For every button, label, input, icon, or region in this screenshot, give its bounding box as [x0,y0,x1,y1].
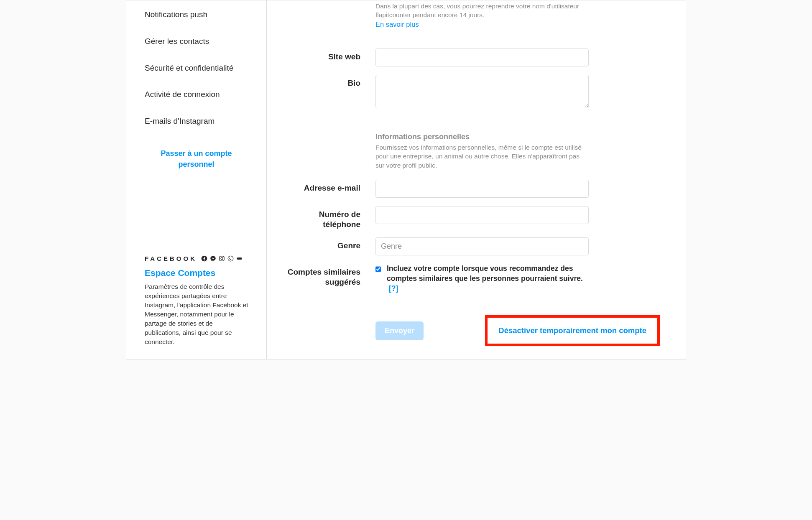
similar-accounts-help-link[interactable]: [?] [389,284,398,293]
deactivate-highlight-box: Désactiver temporairement mon compte [485,315,660,346]
submit-button[interactable]: Envoyer [375,321,424,340]
facebook-wordmark: FACEBOOK [145,255,197,262]
temporarily-disable-account-link[interactable]: Désactiver temporairement mon compte [498,326,646,335]
personal-info-block: Informations personnelles Fournissez vos… [375,133,589,170]
sidebar-footer: FACEBOOK [126,244,266,359]
label-bio: Bio [283,75,375,88]
sidebar-item-manage-contacts[interactable]: Gérer les contacts [126,28,266,55]
settings-sidebar: Notifications push Gérer les contacts Sé… [126,0,267,359]
accounts-center-description: Paramètres de contrôle des expériences p… [145,282,249,347]
learn-more-link[interactable]: En savoir plus [375,20,419,28]
switch-to-personal-account-link[interactable]: Passer à un compte personnel [126,135,266,186]
sidebar-item-push-notifications[interactable]: Notifications push [126,1,266,28]
label-email: Adresse e-mail [283,180,375,193]
whatsapp-icon [227,255,234,262]
label-phone: Numéro de téléphone [283,206,375,229]
sidebar-item-security-privacy[interactable]: Sécurité et confidentialité [126,55,266,82]
bio-textarea[interactable] [375,75,589,108]
label-gender: Genre [283,237,375,251]
edit-profile-form: Dans la plupart des cas, vous pourrez re… [267,0,686,359]
similar-accounts-text: Incluez votre compte lorsque vous recomm… [387,264,589,293]
personal-info-heading: Informations personnelles [375,133,589,141]
similar-accounts-checkbox[interactable] [375,265,381,273]
svg-rect-5 [237,257,242,260]
sidebar-item-login-activity[interactable]: Activité de connexion [126,81,266,108]
oculus-icon [236,255,243,262]
gender-input[interactable] [375,237,589,255]
messenger-icon [210,255,216,262]
phone-input[interactable] [375,206,589,224]
svg-rect-1 [220,256,224,261]
sidebar-nav: Notifications push Gérer les contacts Sé… [126,0,266,244]
facebook-icon [201,255,207,262]
personal-info-desc: Fournissez vos informations personnelles… [375,143,589,170]
sidebar-item-instagram-emails[interactable]: E-mails d'Instagram [126,108,266,135]
svg-point-4 [228,256,233,261]
svg-point-3 [223,257,223,257]
brand-icons-row [201,255,243,262]
label-website: Site web [283,48,375,62]
username-note-block: Dans la plupart des cas, vous pourrez re… [375,2,589,28]
email-input[interactable] [375,180,589,198]
facebook-brand-row: FACEBOOK [145,255,254,262]
svg-point-2 [221,257,223,260]
label-similar-accounts: Comptes similaires suggérés [283,264,375,287]
instagram-icon [219,255,225,262]
username-note-text: Dans la plupart des cas, vous pourrez re… [375,2,589,20]
website-input[interactable] [375,48,589,66]
accounts-center-link[interactable]: Espace Comptes [145,268,215,278]
